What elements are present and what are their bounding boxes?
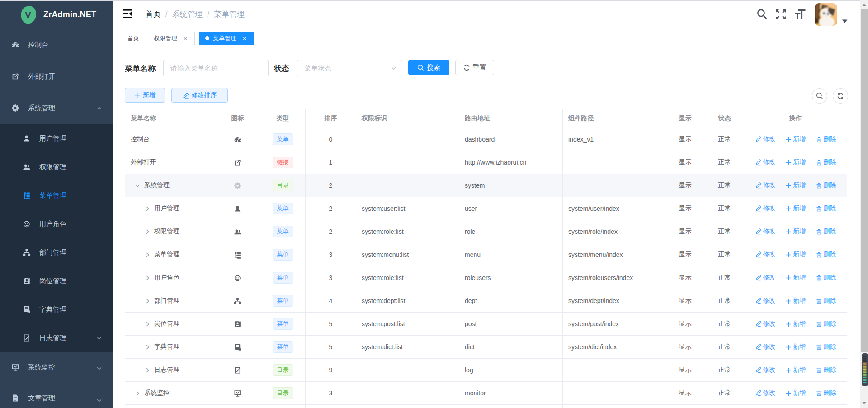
svg-text:V: V bbox=[25, 9, 31, 20]
